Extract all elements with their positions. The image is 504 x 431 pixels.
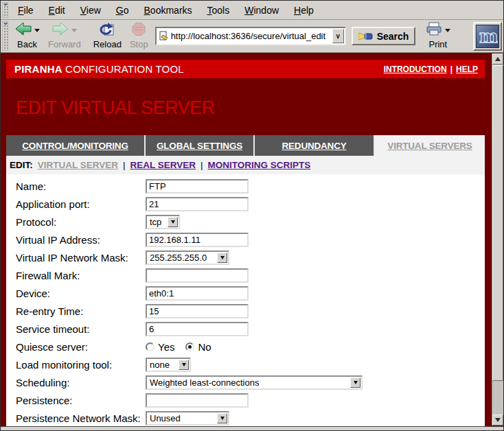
protocol-label: Protocol:: [8, 216, 146, 228]
vertical-scrollbar[interactable]: [492, 54, 503, 426]
edit-subnav: EDIT: VIRTUAL SERVER | REAL SERVER | MON…: [6, 156, 485, 174]
service-timeout-label: Service timeout:: [8, 323, 146, 335]
service-timeout-input[interactable]: [146, 322, 249, 336]
protocol-select[interactable]: tcp: [146, 215, 180, 229]
virtual-ip-input[interactable]: [146, 233, 249, 247]
forward-button[interactable]: Forward: [44, 21, 85, 51]
reentry-time-label: Re-entry Time:: [8, 305, 146, 317]
throbber-button[interactable]: m: [473, 22, 502, 51]
forward-history-caret[interactable]: [71, 29, 77, 32]
navigation-toolbar: Back Forward: [1, 20, 503, 53]
dropdown-arrow-icon: [217, 413, 227, 423]
firewall-mark-input[interactable]: [146, 268, 249, 283]
browser-window: File Edit View Go Bookmarks Tools Window…: [0, 0, 504, 431]
persistence-label: Persistence:: [8, 395, 146, 406]
quiesce-no-radio[interactable]: [185, 342, 194, 351]
menu-tools[interactable]: Tools: [200, 3, 238, 18]
url-input[interactable]: [171, 31, 332, 41]
name-input[interactable]: [146, 179, 249, 194]
menu-bookmarks[interactable]: Bookmarks: [137, 3, 200, 18]
virtual-ip-mask-select[interactable]: 255.255.255.0: [146, 251, 229, 265]
tab-virtual-servers[interactable]: VIRTUAL SERVERS: [374, 135, 485, 156]
print-options-caret[interactable]: [445, 29, 450, 32]
svg-text:m: m: [479, 27, 498, 46]
window-bottom-frame: [1, 426, 503, 430]
url-history-dropdown[interactable]: [332, 29, 344, 43]
up-arrow-icon: [495, 57, 501, 61]
subnav-real-server-link[interactable]: REAL SERVER: [130, 160, 196, 170]
print-button[interactable]: Print: [421, 21, 455, 51]
device-input[interactable]: [146, 286, 249, 301]
firewall-mark-row: Firewall Mark:: [8, 266, 485, 284]
subnav-prefix: EDIT:: [10, 160, 33, 170]
virtual-ip-label: Virtual IP Address:: [8, 234, 146, 246]
device-row: Device:: [8, 284, 485, 302]
virtual-ip-mask-label: Virtual IP Network Mask:: [8, 252, 146, 264]
virtual-ip-row: Virtual IP Address:: [8, 231, 485, 248]
toolbar-grippy[interactable]: [2, 21, 8, 51]
page-proxy-icon[interactable]: [159, 31, 169, 41]
scrollbar-thumb[interactable]: [492, 65, 503, 381]
forward-icon: [51, 21, 69, 40]
name-row: Name:: [8, 177, 485, 195]
menu-help[interactable]: Help: [286, 3, 321, 18]
quiesce-no-label: No: [198, 341, 211, 353]
application-port-input[interactable]: [146, 197, 249, 211]
persistence-input[interactable]: [146, 393, 249, 408]
tab-global-settings[interactable]: GLOBAL SETTINGS: [144, 135, 253, 156]
virtual-ip-mask-row: Virtual IP Network Mask: 255.255.255.0: [8, 248, 485, 266]
quiesce-yes-label: Yes: [158, 341, 174, 353]
scheduling-select[interactable]: Weighted least-connections: [146, 375, 363, 390]
menu-view[interactable]: View: [73, 3, 108, 18]
menubar-grippy[interactable]: [2, 2, 8, 18]
scheduling-label: Scheduling:: [8, 377, 146, 388]
dropdown-arrow-icon: [217, 253, 227, 263]
back-button[interactable]: Back: [10, 21, 44, 51]
help-link[interactable]: HELP: [456, 65, 478, 74]
firewall-mark-label: Firewall Mark:: [8, 270, 146, 281]
reload-icon: [99, 21, 115, 40]
subnav-monitoring-scripts-link[interactable]: MONITORING SCRIPTS: [208, 160, 311, 170]
stop-button[interactable]: Stop: [126, 21, 152, 51]
scroll-up-button[interactable]: [492, 54, 503, 65]
virtual-server-form: Name: Application port: Protocol: tcp: [6, 174, 485, 426]
menu-bar: File Edit View Go Bookmarks Tools Window…: [1, 1, 503, 20]
url-bar[interactable]: [155, 27, 346, 45]
load-monitoring-select[interactable]: none: [146, 358, 191, 372]
scroll-down-button[interactable]: [492, 415, 503, 426]
back-history-caret[interactable]: [34, 29, 40, 32]
persistence-mask-select[interactable]: Unused: [146, 411, 229, 426]
quiesce-yes-radio[interactable]: [146, 342, 154, 351]
service-timeout-row: Service timeout:: [8, 320, 485, 338]
dropdown-arrow-icon: [168, 217, 178, 227]
mozilla-logo-icon: m: [476, 25, 499, 48]
page-viewport: PIRANHA CONFIGURATION TOOL INTRODUCTION …: [1, 53, 503, 426]
scheduling-row: Scheduling: Weighted least-connections: [8, 373, 485, 391]
protocol-row: Protocol: tcp: [8, 213, 485, 231]
quiesce-server-label: Quiesce server:: [8, 341, 146, 353]
menu-window[interactable]: Window: [237, 3, 286, 18]
print-icon: [425, 22, 443, 39]
persistence-row: Persistence:: [8, 391, 485, 409]
application-port-label: Application port:: [8, 198, 146, 210]
header-link-separator: |: [450, 65, 453, 74]
application-port-row: Application port:: [8, 195, 485, 213]
menu-file[interactable]: File: [10, 3, 41, 18]
load-monitoring-label: Load monitoring tool:: [8, 359, 146, 371]
page-title: EDIT VIRTUAL SERVER: [16, 97, 215, 118]
menu-edit[interactable]: Edit: [41, 3, 73, 18]
reentry-time-input[interactable]: [146, 304, 249, 318]
name-label: Name:: [8, 180, 146, 192]
menu-go[interactable]: Go: [108, 3, 137, 18]
main-tab-bar: CONTROL/MONITORING GLOBAL SETTINGS REDUN…: [6, 135, 485, 156]
dropdown-arrow-icon: [179, 360, 189, 370]
tab-control-monitoring[interactable]: CONTROL/MONITORING: [6, 135, 144, 156]
introduction-link[interactable]: INTRODUCTION: [384, 65, 447, 74]
subnav-virtual-server-current: VIRTUAL SERVER: [38, 160, 118, 170]
reload-button[interactable]: Reload: [89, 21, 126, 51]
persistence-mask-label: Persistence Network Mask:: [8, 412, 146, 424]
dropdown-arrow-icon: [350, 377, 360, 388]
tab-redundancy[interactable]: REDUNDANCY: [253, 135, 374, 156]
page-heading: EDIT VIRTUAL SERVER: [6, 78, 485, 135]
search-button[interactable]: Search: [352, 27, 416, 45]
